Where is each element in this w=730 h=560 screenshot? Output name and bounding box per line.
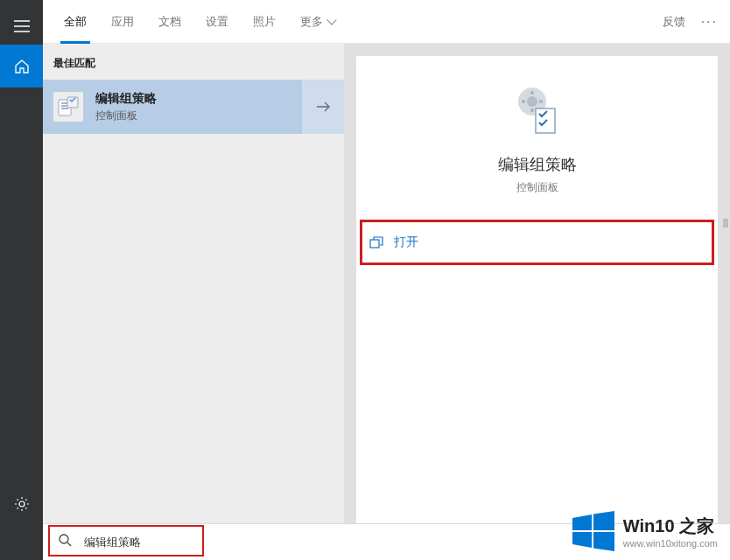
detail-sub: 控制面板 <box>516 180 558 195</box>
watermark-url: www.win10xitong.com <box>623 538 718 549</box>
svg-rect-6 <box>370 240 379 248</box>
windows-logo-icon <box>569 508 616 555</box>
open-action[interactable]: 打开 <box>360 220 714 265</box>
arrow-right-icon <box>315 101 331 113</box>
tab-photos[interactable]: 照片 <box>241 0 288 44</box>
gpedit-icon <box>53 92 83 122</box>
hamburger-icon <box>14 20 30 32</box>
detail-panel: 编辑组策略 控制面板 打开 <box>344 44 730 560</box>
expand-arrow-button[interactable] <box>302 80 344 134</box>
search-icon <box>59 534 72 550</box>
result-item-gpedit[interactable]: 编辑组策略 控制面板 <box>43 80 344 134</box>
detail-card: 编辑组策略 控制面板 打开 <box>356 56 718 548</box>
result-sub: 控制面板 <box>95 108 157 123</box>
settings-button[interactable] <box>0 482 43 525</box>
tab-apps[interactable]: 应用 <box>99 0 146 44</box>
scrollbar[interactable] <box>723 219 728 228</box>
svg-point-0 <box>19 501 25 507</box>
tab-label: 设置 <box>206 14 228 30</box>
tab-label: 全部 <box>64 14 87 30</box>
home-button[interactable] <box>0 45 43 88</box>
open-icon <box>369 236 383 248</box>
filter-tabs: 全部 应用 文档 设置 照片 更多 反馈 ··· <box>43 0 730 44</box>
more-options-button[interactable]: ··· <box>701 14 718 30</box>
open-label: 打开 <box>394 234 418 250</box>
detail-app-icon <box>513 82 562 136</box>
tab-label: 应用 <box>111 14 134 30</box>
tab-more[interactable]: 更多 <box>288 0 347 44</box>
results-panel: 最佳匹配 编辑组策略 控制面板 <box>43 44 344 560</box>
feedback-link[interactable]: 反馈 <box>663 14 685 30</box>
tab-label: 照片 <box>253 14 276 30</box>
tab-label: 文档 <box>158 14 181 30</box>
svg-rect-2 <box>67 97 78 108</box>
svg-point-4 <box>527 96 537 107</box>
tab-documents[interactable]: 文档 <box>146 0 193 44</box>
chevron-down-icon <box>326 15 336 24</box>
svg-point-7 <box>60 535 68 543</box>
watermark-title: Win10 之家 <box>623 514 718 538</box>
gear-icon <box>14 496 30 512</box>
tab-settings[interactable]: 设置 <box>193 0 241 44</box>
tab-label: 更多 <box>300 14 323 30</box>
tab-all[interactable]: 全部 <box>52 0 99 44</box>
left-sidebar <box>0 0 43 560</box>
result-name: 编辑组策略 <box>95 91 157 107</box>
home-icon <box>14 59 30 74</box>
best-match-label: 最佳匹配 <box>43 44 344 80</box>
content-area: 最佳匹配 编辑组策略 控制面板 <box>43 44 730 560</box>
detail-title: 编辑组策略 <box>498 154 577 175</box>
hamburger-button[interactable] <box>0 4 43 47</box>
watermark: Win10 之家 www.win10xitong.com <box>569 508 718 555</box>
